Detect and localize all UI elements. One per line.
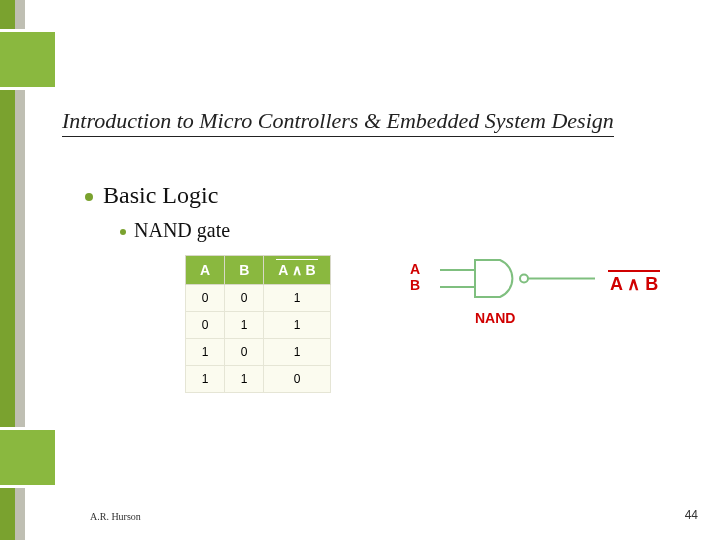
- table-row: 1 1 0: [186, 366, 331, 393]
- cell: 0: [186, 285, 225, 312]
- cell: 1: [264, 285, 330, 312]
- cell: 1: [186, 366, 225, 393]
- bullet-level-2: NAND gate: [120, 219, 230, 242]
- gate-input-b-label: B: [410, 277, 420, 293]
- col-out-header: A ∧ B: [264, 256, 330, 285]
- page-title: Introduction to Micro Controllers & Embe…: [62, 108, 614, 137]
- accent-square-bottom: [0, 430, 55, 485]
- nand-gate-diagram: A B NAND A ∧ B: [410, 255, 710, 335]
- slide: Introduction to Micro Controllers & Embe…: [0, 0, 720, 540]
- overline: A ∧ B: [278, 262, 315, 278]
- bullet-dot-icon: [85, 193, 93, 201]
- accent-square-top: [0, 32, 55, 87]
- bullet-l2-text: NAND gate: [134, 219, 230, 241]
- cell: 1: [186, 339, 225, 366]
- col-b-header: B: [225, 256, 264, 285]
- table-row: 0 1 1: [186, 312, 331, 339]
- cell: 1: [225, 366, 264, 393]
- cell: 0: [264, 366, 330, 393]
- overline: A ∧ B: [610, 273, 658, 295]
- svg-point-2: [520, 275, 528, 283]
- cell: 1: [225, 312, 264, 339]
- nand-gate-icon: [440, 257, 600, 312]
- bullet-dot-icon: [120, 229, 126, 235]
- cell: 1: [264, 339, 330, 366]
- table-row: 0 0 1: [186, 285, 331, 312]
- cell: 0: [225, 339, 264, 366]
- table-row: 1 0 1: [186, 339, 331, 366]
- table-header-row: A B A ∧ B: [186, 256, 331, 285]
- author-footer: A.R. Hurson: [90, 511, 141, 522]
- col-a-header: A: [186, 256, 225, 285]
- gate-name-label: NAND: [475, 310, 515, 326]
- cell: 1: [264, 312, 330, 339]
- cell: 0: [225, 285, 264, 312]
- bullet-level-1: Basic Logic: [85, 182, 218, 209]
- truth-table: A B A ∧ B 0 0 1 0 1 1 1 0 1 1: [185, 255, 331, 393]
- bullet-l1-text: Basic Logic: [103, 182, 218, 208]
- page-number: 44: [685, 508, 698, 522]
- cell: 0: [186, 312, 225, 339]
- gate-input-a-label: A: [410, 261, 420, 277]
- gate-output-label: A ∧ B: [610, 273, 658, 295]
